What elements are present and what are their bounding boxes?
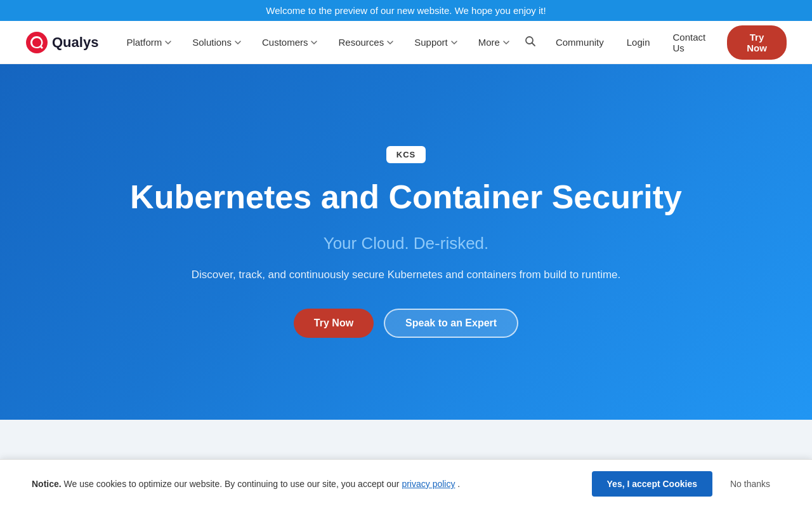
accept-cookies-button[interactable]: Yes, I accept Cookies <box>592 471 712 497</box>
chevron-down-icon <box>310 39 318 46</box>
nav-item-support[interactable]: Support <box>405 32 467 53</box>
no-thanks-button[interactable]: No thanks <box>720 471 780 497</box>
nav-item-more[interactable]: More <box>469 32 519 53</box>
announcement-text: Welcome to the preview of our new websit… <box>266 5 546 16</box>
chevron-down-icon <box>386 39 394 46</box>
hero-subtitle: Your Cloud. De-risked. <box>324 234 489 253</box>
privacy-policy-link[interactable]: privacy policy <box>402 479 455 489</box>
cookie-notice-bar: Notice. We use cookies to optimize our w… <box>0 459 812 508</box>
nav-item-login[interactable]: Login <box>618 32 659 53</box>
navbar: Qualys Platform Solutions Customers Reso… <box>0 21 812 64</box>
cookie-notice-end: . <box>457 479 460 489</box>
cookie-notice-label: Notice. <box>32 479 62 489</box>
hero-title: Kubernetes and Container Security <box>130 178 682 217</box>
hero-section: KCS Kubernetes and Container Security Yo… <box>0 64 812 420</box>
search-button[interactable] <box>519 30 542 55</box>
cookie-notice-body: We use cookies to optimize our website. … <box>64 479 402 489</box>
nav-item-customers[interactable]: Customers <box>253 32 327 53</box>
announcement-bar: Welcome to the preview of our new websit… <box>0 0 812 21</box>
try-now-nav-button[interactable]: Try Now <box>727 25 787 60</box>
nav-right: Community Login Contact Us Try Now <box>519 25 787 60</box>
chevron-down-icon <box>502 39 510 46</box>
chevron-down-icon <box>164 39 172 46</box>
hero-buttons: Try Now Speak to an Expert <box>294 309 518 338</box>
cookie-notice-text: Notice. We use cookies to optimize our w… <box>32 479 584 489</box>
logo-wordmark: Qualys <box>52 34 98 51</box>
chevron-down-icon <box>234 39 242 46</box>
search-icon <box>524 35 537 48</box>
nav-item-community[interactable]: Community <box>547 32 613 53</box>
svg-point-0 <box>26 32 48 53</box>
hero-badge: KCS <box>386 146 426 163</box>
speak-to-expert-button[interactable]: Speak to an Expert <box>384 309 518 338</box>
nav-item-resources[interactable]: Resources <box>329 32 403 53</box>
svg-line-2 <box>532 43 535 46</box>
try-now-hero-button[interactable]: Try Now <box>294 309 374 338</box>
qualys-logo-icon <box>25 31 48 54</box>
hero-description: Discover, track, and continuously secure… <box>192 266 621 283</box>
chevron-down-icon <box>450 39 458 46</box>
nav-links: Platform Solutions Customers Resources S… <box>117 32 519 53</box>
nav-item-platform[interactable]: Platform <box>117 32 181 53</box>
nav-item-solutions[interactable]: Solutions <box>183 32 251 53</box>
logo-link[interactable]: Qualys <box>25 31 98 54</box>
nav-item-contact[interactable]: Contact Us <box>664 27 722 58</box>
